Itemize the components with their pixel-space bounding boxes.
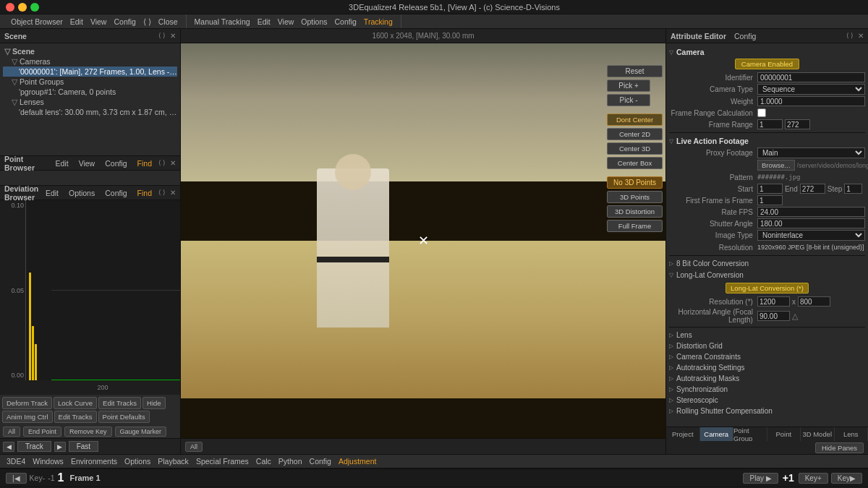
stereoscopic-header[interactable]: ▷ Stereoscopic xyxy=(669,395,865,406)
step-input[interactable] xyxy=(844,184,862,194)
hide-panes-btn[interactable]: Hide Panes xyxy=(815,442,864,453)
minimize-button[interactable] xyxy=(18,3,27,12)
menu-mt-config[interactable]: Config xyxy=(331,17,360,26)
horiz-angle-input[interactable] xyxy=(757,311,790,321)
tab-project[interactable]: Project xyxy=(666,427,700,441)
menu-python[interactable]: Python xyxy=(275,457,306,466)
tree-pgroup[interactable]: 'pgroup#1': Camera, 0 points xyxy=(3,87,177,97)
key-plus-btn[interactable]: Key+ xyxy=(799,473,828,484)
menu-attr-config[interactable]: Config xyxy=(731,32,760,40)
btn-lock-curve[interactable]: Lock Curve xyxy=(54,397,97,409)
menu-pb-view[interactable]: View xyxy=(75,159,99,168)
long-lat-header[interactable]: ▽ Long-Lat Conversion xyxy=(669,270,865,281)
image-type-select[interactable]: Noninterlace xyxy=(757,230,865,241)
menu-ob-arrows[interactable]: ⟨ ⟩ xyxy=(140,17,155,26)
next-frame-btn[interactable]: ▶ xyxy=(54,442,66,452)
menu-db-options[interactable]: Options xyxy=(65,189,98,197)
btn-edit-tracks2[interactable]: Edit Tracks xyxy=(54,411,97,423)
frame-range-calc-checkbox[interactable] xyxy=(757,108,766,117)
menu-ob-config[interactable]: Config xyxy=(110,17,139,26)
ll-res-x[interactable] xyxy=(757,296,790,307)
vp-allpts-btn[interactable]: All xyxy=(185,442,203,452)
tree-lenses[interactable]: ▽Lenses xyxy=(3,97,177,107)
proxy-footage-select[interactable]: Main xyxy=(757,147,865,158)
first-frame-input[interactable] xyxy=(757,195,783,205)
reset-btn[interactable]: Reset xyxy=(607,65,663,77)
close-button[interactable] xyxy=(6,3,14,12)
menu-3de4[interactable]: 3DE4 xyxy=(3,457,29,466)
tab-camera[interactable]: Camera xyxy=(700,427,734,441)
live-action-header[interactable]: ▽ Live Action Footage xyxy=(669,135,865,147)
ll-res-y[interactable] xyxy=(798,296,830,307)
next-key-btn[interactable]: Key▶ xyxy=(831,473,862,484)
rate-fps-input[interactable] xyxy=(757,207,865,217)
3d-points-btn[interactable]: 3D Points xyxy=(607,191,663,203)
weight-input[interactable] xyxy=(757,96,865,106)
start-input[interactable] xyxy=(757,184,783,194)
camera-constraints-header[interactable]: ▷ Camera Constraints xyxy=(669,351,865,362)
dont-center-btn[interactable]: Dont Center xyxy=(607,114,663,126)
menu-ob-close[interactable]: Close xyxy=(155,17,182,26)
scene-arrow-right[interactable]: ⟩ xyxy=(163,32,166,40)
db-arrow-right[interactable]: ⟩ xyxy=(163,189,166,197)
play-btn[interactable]: Play ▶ xyxy=(743,473,778,484)
fast-btn[interactable]: Fast xyxy=(69,441,98,452)
menu-ob-edit[interactable]: Edit xyxy=(67,17,87,26)
menu-db-find[interactable]: Find xyxy=(134,189,156,197)
btn-hide[interactable]: Hide xyxy=(142,397,166,409)
menu-mt-options[interactable]: Options xyxy=(297,17,331,26)
autotracking-masks-header[interactable]: ▷ Autotracking Masks xyxy=(669,373,865,384)
scene-close[interactable]: ✕ xyxy=(170,32,176,40)
tab-3d-model[interactable]: 3D Model xyxy=(801,427,835,441)
menu-mt-view[interactable]: View xyxy=(274,17,298,26)
db-close[interactable]: ✕ xyxy=(170,189,176,197)
camera-type-select[interactable]: Sequence xyxy=(757,84,865,95)
attr-close[interactable]: ✕ xyxy=(858,32,864,40)
prev-frame-btn[interactable]: ◀ xyxy=(3,442,14,452)
menu-mt-edit[interactable]: Edit xyxy=(254,17,274,26)
btn-all[interactable]: All xyxy=(3,427,20,437)
tree-lens-item[interactable]: 'default lens': 30.00 mm, 3.73 cm x 1.87… xyxy=(3,107,177,117)
btn-remove-key[interactable]: Remove Key xyxy=(64,427,112,437)
frame-range-end[interactable] xyxy=(785,119,810,129)
menu-windows[interactable]: Windows xyxy=(29,457,67,466)
menu-pb-config[interactable]: Config xyxy=(101,159,130,168)
tree-camera-item[interactable]: '00000001': [Main], 272 Frames, 1.00, Le… xyxy=(3,67,177,77)
menu-pb-edit[interactable]: Edit xyxy=(52,159,72,168)
center-3d-btn[interactable]: Center 3D xyxy=(607,142,663,155)
menu-db-config[interactable]: Config xyxy=(101,189,130,197)
autotracking-settings-header[interactable]: ▷ Autotracking Settings xyxy=(669,362,865,373)
camera-section-header[interactable]: ▽ Camera xyxy=(669,46,865,58)
db-arrow-left[interactable]: ⟨ xyxy=(158,189,161,197)
btn-point-defaults[interactable]: Point Defaults xyxy=(98,411,150,423)
menu-playback[interactable]: Playback xyxy=(154,457,192,466)
tree-cameras[interactable]: ▽Cameras xyxy=(3,56,177,67)
menu-manual-tracking[interactable]: Manual Tracking xyxy=(191,17,254,26)
full-frame-btn[interactable]: Full Frame xyxy=(607,220,663,232)
btn-gauge-marker[interactable]: Gauge Marker xyxy=(115,427,167,437)
rolling-shutter-header[interactable]: ▷ Rolling Shutter Compensation xyxy=(669,406,865,416)
tab-point[interactable]: Point xyxy=(767,427,801,441)
pb-close[interactable]: ✕ xyxy=(170,159,176,167)
pick-plus-btn[interactable]: Pick + xyxy=(607,80,650,92)
menu-pb-find[interactable]: Find xyxy=(134,159,156,168)
tree-point-groups[interactable]: ▽Point Groups xyxy=(3,77,177,87)
maximize-button[interactable] xyxy=(30,3,39,12)
menu-environments[interactable]: Environments xyxy=(67,457,121,466)
frame-range-start[interactable] xyxy=(757,119,783,129)
browse-btn[interactable]: Browse... xyxy=(757,160,795,171)
menu-object-browser[interactable]: Object Browser xyxy=(7,17,67,26)
3d-distortion-btn[interactable]: 3D Distortion xyxy=(607,205,663,218)
long-lat-conversion-btn[interactable]: Long-Lat Conversion (*) xyxy=(726,283,809,294)
camera-enabled-btn[interactable]: Camera Enabled xyxy=(735,59,799,69)
menu-special-frames[interactable]: Special Frames xyxy=(192,457,252,466)
menu-ob-view[interactable]: View xyxy=(87,17,111,26)
pb-arrow-right[interactable]: ⟩ xyxy=(163,159,166,167)
end-input[interactable] xyxy=(800,184,825,194)
tab-point-group[interactable]: Point Group xyxy=(733,427,767,441)
identifier-input[interactable] xyxy=(757,72,865,82)
attr-arrow-left[interactable]: ⟨ xyxy=(846,32,849,40)
key-prev-btn[interactable]: |◀ xyxy=(6,473,27,484)
btn-edit-tracks[interactable]: Edit Tracks xyxy=(98,397,141,409)
menu-mt-tracking[interactable]: Tracking xyxy=(360,17,396,26)
